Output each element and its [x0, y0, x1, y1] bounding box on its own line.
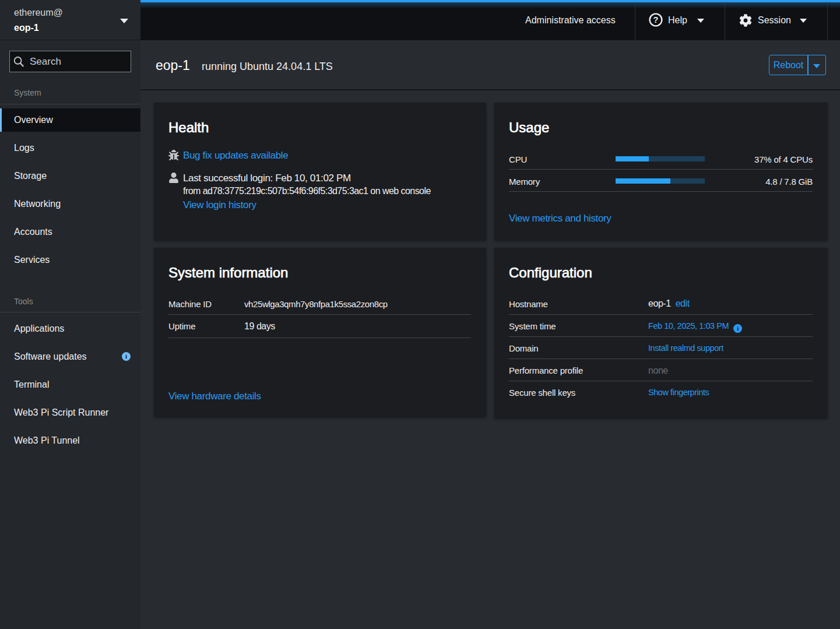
svg-text:?: ? [653, 15, 659, 24]
